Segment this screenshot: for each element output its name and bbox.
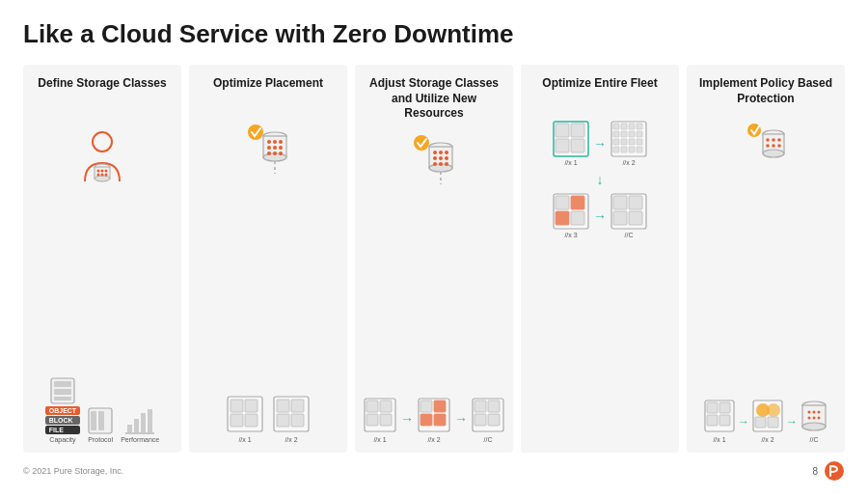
svg-point-33 [273,152,277,155]
storage-types-row: OBJECT BLOCK FILE Capacity Prot [45,377,159,443]
svg-rect-105 [613,211,627,225]
card5-arrow2: → [786,415,798,428]
card3-arrow1: → [400,411,414,427]
card4-down-arrow: ↓ [530,172,669,187]
svg-rect-121 [719,415,730,426]
card4-bottom-row: //x 3 → //C [530,193,669,238]
svg-point-32 [267,152,271,155]
card2-x2-label: //x 2 [285,436,297,443]
card5-x1-label: //x 1 [713,436,725,443]
svg-point-112 [772,138,775,142]
svg-rect-11 [54,381,71,387]
card3-box3: //C [472,398,504,443]
svg-point-29 [267,146,271,150]
card3-x2-label: //x 2 [427,436,440,443]
svg-point-5 [101,170,104,173]
card5-bottom-row: //x 1 → //x 2 → [704,400,827,443]
svg-point-34 [279,152,283,155]
card5-x2-label: //x 2 [761,436,773,443]
card4-top-x1-label: //x 1 [564,159,577,166]
svg-rect-89 [613,139,619,145]
card5-box2: //x 2 [752,400,783,443]
svg-rect-126 [768,417,778,428]
pure-storage-logo [824,460,845,482]
svg-point-30 [273,146,277,150]
card-policy-protection: Implement Policy Based Protection [687,65,845,453]
card4-bot-box1: //x 3 [553,193,589,238]
card-4-illustration: //x 1 → [530,121,669,443]
svg-rect-64 [380,414,392,426]
svg-rect-39 [231,414,243,427]
svg-rect-83 [629,124,635,129]
card3-box3-svg [472,398,504,434]
card4-bot-x3-svg [553,193,589,230]
svg-point-55 [445,156,448,160]
card2-bottom-boxes: //x 1 //x 2 [227,396,310,443]
card4-top-box1: //x 1 [553,121,589,166]
svg-point-51 [439,151,443,154]
page-number: 8 [812,466,818,477]
svg-rect-81 [613,124,619,129]
svg-rect-118 [707,402,718,413]
svg-rect-82 [621,124,627,129]
card-2-illustration: //x 1 //x 2 [199,121,338,443]
svg-rect-106 [629,211,642,225]
svg-point-56 [433,162,437,166]
svg-rect-73 [475,414,486,426]
svg-rect-18 [134,419,139,432]
svg-rect-68 [420,414,432,426]
page: Like a Cloud Service with Zero Downtime … [0,0,868,497]
performance-label: Performance [121,436,159,443]
svg-point-3 [95,176,110,181]
svg-rect-84 [637,124,642,129]
svg-rect-96 [637,147,642,152]
card3-box1-svg [364,398,396,434]
svg-point-6 [105,170,108,173]
card3-box2: //x 2 [418,398,450,443]
card-4-title: Optimize Entire Fleet [542,76,657,111]
svg-rect-38 [245,400,258,412]
card2-box2-svg [273,396,310,434]
card5-box2-svg [752,400,783,434]
card-adjust-storage: Adjust Storage Classes and Utilize New R… [355,65,513,453]
card5-c-label: //C [810,436,819,443]
svg-point-22 [248,124,263,140]
svg-point-115 [772,144,775,148]
svg-rect-104 [629,196,642,209]
card5-box3-svg [800,400,827,434]
card3-bottom: //x 1 → //x 2 [364,398,504,443]
card2-top-cylinder [244,121,292,174]
svg-point-124 [767,403,780,417]
object-badge: OBJECT [45,406,80,415]
person-with-cylinder-icon [77,128,127,188]
card-3-title: Adjust Storage Classes and Utilize New R… [365,76,503,122]
svg-rect-103 [613,196,627,209]
card-3-illustration: //x 1 → //x 2 [365,131,503,443]
svg-point-54 [439,156,443,160]
person-icon-group [77,128,127,188]
svg-rect-91 [629,139,635,145]
svg-rect-120 [707,415,718,426]
svg-rect-44 [277,414,289,427]
card4-bot-x3-label: //x 3 [564,232,577,238]
svg-rect-87 [629,131,635,137]
svg-rect-16 [98,411,104,430]
card3-x1-label: //x 1 [373,436,386,443]
svg-rect-71 [475,400,486,412]
svg-rect-17 [127,425,132,432]
performance-group: Performance [121,407,159,443]
svg-rect-67 [434,400,446,412]
svg-rect-119 [719,402,730,413]
svg-rect-45 [291,414,304,427]
svg-point-52 [445,151,448,154]
block-badge: BLOCK [45,416,80,425]
svg-point-113 [777,138,781,142]
card-5-illustration: //x 1 → //x 2 → [696,121,835,443]
svg-point-28 [279,140,283,144]
card-optimize-fleet: Optimize Entire Fleet [521,65,679,453]
svg-rect-78 [556,139,569,152]
svg-point-132 [818,411,821,414]
card-5-title: Implement Policy Based Protection [696,76,835,111]
svg-point-27 [273,140,277,144]
svg-rect-13 [54,397,71,400]
